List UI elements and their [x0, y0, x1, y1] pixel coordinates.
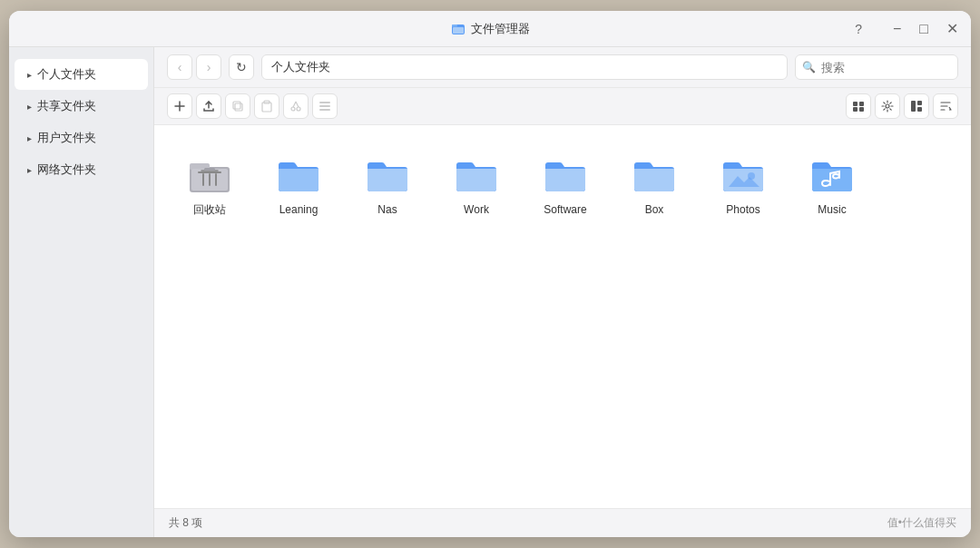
file-grid-container: 回收站 Leaning	[154, 125, 971, 508]
copy-icon	[231, 100, 244, 113]
file-item-nas[interactable]: Nas	[347, 140, 428, 225]
refresh-button[interactable]: ↻	[229, 54, 254, 80]
more-button[interactable]	[312, 93, 338, 119]
window-controls: − □ ✕	[891, 20, 960, 38]
sidebar-item-shared[interactable]: ▸ 共享文件夹	[15, 91, 148, 122]
file-item-photos[interactable]: Photos	[702, 140, 784, 225]
file-manager-window: 文件管理器 ? − □ ✕ ▸ 个人文件夹 ▸ 共享文件夹 ▸ 用户文件夹	[9, 11, 971, 537]
forward-button[interactable]: ›	[196, 54, 221, 80]
sidebar-item-label-shared: 共享文件夹	[37, 98, 96, 114]
search-wrap: 🔍	[795, 54, 958, 80]
sidebar-item-user[interactable]: ▸ 用户文件夹	[15, 122, 148, 153]
titlebar-title-group: 文件管理器	[451, 21, 530, 37]
action-buttons-right	[846, 93, 958, 119]
view-list-button[interactable]	[846, 93, 871, 119]
svg-point-20	[886, 104, 889, 108]
nav-toolbar: ‹ › ↻ 🔍	[154, 47, 971, 88]
file-grid: 回收站 Leaning	[169, 140, 956, 225]
settings-button[interactable]	[875, 93, 900, 119]
copy-button[interactable]	[225, 93, 250, 119]
app-icon	[451, 22, 466, 36]
more-icon	[318, 100, 331, 113]
status-count: 共 8 项	[169, 515, 202, 531]
nas-folder-icon	[362, 147, 413, 198]
svg-point-10	[297, 107, 300, 111]
leaning-folder-icon	[273, 147, 324, 198]
sidebar-item-network[interactable]: ▸ 网络文件夹	[15, 154, 148, 185]
file-item-music[interactable]: Music	[791, 140, 873, 225]
breadcrumb-input[interactable]	[261, 54, 788, 80]
file-item-work[interactable]: Work	[436, 140, 517, 225]
upload-button[interactable]	[196, 93, 221, 119]
arrow-icon: ▸	[27, 133, 32, 143]
add-icon	[173, 100, 186, 113]
svg-rect-17	[859, 102, 864, 106]
software-folder-icon	[540, 147, 591, 198]
window-title: 文件管理器	[471, 21, 530, 37]
svg-rect-22	[917, 101, 922, 105]
maximize-button[interactable]: □	[917, 20, 930, 38]
svg-rect-14	[319, 105, 330, 107]
svg-rect-13	[319, 102, 330, 103]
help-button[interactable]: ?	[855, 22, 862, 36]
main-layout: ▸ 个人文件夹 ▸ 共享文件夹 ▸ 用户文件夹 ▸ 网络文件夹 ‹ ›	[9, 47, 971, 537]
svg-rect-6	[233, 102, 240, 109]
music-folder-icon	[807, 147, 858, 198]
box-folder-icon	[629, 147, 680, 198]
file-label-music: Music	[818, 203, 846, 218]
svg-point-37	[748, 172, 755, 180]
brand-text: 值•什么值得买	[887, 515, 956, 531]
svg-rect-21	[911, 101, 916, 112]
grid-icon	[910, 100, 923, 113]
sidebar-item-personal[interactable]: ▸ 个人文件夹	[15, 59, 148, 90]
svg-rect-5	[235, 103, 242, 111]
file-label-photos: Photos	[726, 203, 760, 218]
file-label-leaning: Leaning	[279, 203, 318, 218]
svg-point-9	[291, 107, 295, 111]
file-item-leaning[interactable]: Leaning	[258, 140, 339, 225]
sidebar-item-label-network: 网络文件夹	[37, 161, 96, 178]
cut-button[interactable]	[283, 93, 309, 119]
sidebar-item-label-user: 用户文件夹	[37, 130, 96, 146]
file-label-software: Software	[544, 203, 586, 218]
action-toolbar	[154, 88, 971, 125]
titlebar: 文件管理器 ? − □ ✕	[9, 11, 971, 47]
svg-line-11	[293, 102, 296, 107]
svg-rect-2	[453, 27, 464, 34]
sort-button[interactable]	[933, 93, 958, 119]
work-folder-icon	[451, 147, 502, 198]
back-button[interactable]: ‹	[167, 54, 192, 80]
content-area: ‹ › ↻ 🔍	[154, 47, 971, 537]
file-label-work: Work	[464, 203, 489, 218]
svg-rect-1	[452, 24, 457, 27]
sidebar-item-label-personal: 个人文件夹	[37, 66, 96, 83]
paste-icon	[260, 100, 273, 113]
gear-icon	[881, 100, 894, 113]
paste-button[interactable]	[254, 93, 279, 119]
svg-rect-19	[859, 107, 864, 112]
file-label-trash: 回收站	[193, 203, 226, 218]
file-item-trash[interactable]: 回收站	[169, 140, 250, 225]
svg-line-12	[296, 102, 299, 107]
view-icon	[852, 100, 865, 113]
action-buttons-left	[167, 93, 338, 119]
add-button[interactable]	[167, 93, 192, 119]
file-label-box: Box	[645, 203, 664, 218]
svg-rect-15	[319, 109, 330, 111]
nav-buttons: ‹ ›	[167, 54, 221, 80]
sidebar: ▸ 个人文件夹 ▸ 共享文件夹 ▸ 用户文件夹 ▸ 网络文件夹	[9, 47, 154, 537]
minimize-button[interactable]: −	[891, 20, 903, 38]
svg-rect-23	[917, 107, 922, 112]
file-item-software[interactable]: Software	[524, 140, 606, 225]
file-item-box[interactable]: Box	[613, 140, 695, 225]
trash-folder-icon	[184, 147, 235, 198]
search-icon: 🔍	[802, 61, 816, 73]
arrow-icon: ▸	[27, 70, 32, 80]
photos-folder-icon	[718, 147, 769, 198]
statusbar: 共 8 项 值•什么值得买	[154, 508, 971, 537]
search-input[interactable]	[795, 54, 958, 80]
close-button[interactable]: ✕	[945, 20, 960, 38]
svg-rect-16	[853, 102, 858, 106]
grid-view-button[interactable]	[904, 93, 929, 119]
arrow-icon: ▸	[27, 165, 32, 175]
